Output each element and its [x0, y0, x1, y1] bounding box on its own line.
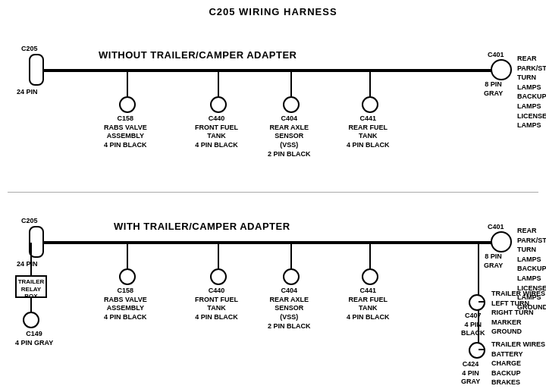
s2-c441-label: C441REAR FUELTANK4 PIN BLACK — [347, 287, 390, 322]
s2-c407-label: C4074 PINBLACK — [461, 312, 485, 338]
s1-c404-circle — [283, 96, 300, 113]
s1-c158-vline — [127, 71, 128, 97]
s1-8pin-gray: 8 PINGRAY — [484, 80, 503, 98]
s2-c440-label: C440FRONT FUELTANK4 PIN BLACK — [195, 287, 238, 322]
s2-right-connector — [491, 231, 512, 252]
s2-c441-vline — [369, 243, 371, 269]
s1-c404-label: C404REAR AXLESENSOR(VSS)2 PIN BLACK — [268, 114, 311, 158]
s2-c407-right: TRAILER WIRESLEFT TURNRIGHT TURNMARKERGR… — [491, 289, 545, 337]
relay-to-c149-vline — [30, 298, 32, 313]
s1-c441-label: C441REAR FUELTANK4 PIN BLACK — [347, 114, 390, 150]
s2-c404-vline — [290, 243, 292, 269]
s2-c401-id: C401 — [488, 223, 504, 232]
s1-c440-vline — [218, 71, 219, 97]
s2-c441-circle — [362, 268, 378, 285]
s2-c404-label: C404REAR AXLESENSOR(VSS)2 PIN BLACK — [268, 287, 311, 331]
page-title: C205 WIRING HARNESS — [0, 0, 546, 17]
section2-label: WITH TRAILER/CAMPER ADAPTER — [114, 221, 290, 232]
s2-c404-circle — [283, 268, 300, 285]
s1-right-connector — [491, 59, 512, 80]
relay-to-bus-vline — [30, 243, 32, 275]
s2-c424-hline — [479, 349, 485, 350]
s2-8pin-gray: 8 PINGRAY — [484, 252, 503, 270]
s1-c205-id: C205 — [21, 45, 38, 54]
trailer-relay-box: TRAILERRELAYBOX — [15, 275, 47, 298]
s1-c158-circle — [119, 96, 136, 113]
s2-c440-circle — [210, 268, 227, 285]
section1-label: WITHOUT TRAILER/CAMPER ADAPTER — [99, 49, 297, 61]
s1-c404-vline — [290, 71, 292, 97]
s2-c149-label: C1494 PIN GRAY — [15, 330, 53, 347]
s1-c440-label: C440FRONT FUELTANK4 PIN BLACK — [195, 114, 238, 150]
s1-24pin: 24 PIN — [17, 88, 38, 97]
s1-c440-circle — [210, 96, 227, 113]
s1-left-connector — [29, 54, 44, 86]
s2-24pin: 24 PIN — [17, 260, 38, 269]
s2-c424-circle — [469, 342, 485, 359]
s2-c424-right: TRAILER WIRESBATTERY CHARGEBACKUPBRAKES — [491, 340, 546, 387]
s2-c158-circle — [119, 268, 136, 285]
s2-c205-id: C205 — [21, 217, 38, 226]
s1-c441-circle — [362, 96, 378, 113]
s2-c158-label: C158RABS VALVEASSEMBLY4 PIN BLACK — [104, 287, 147, 322]
s1-bus-line — [42, 69, 497, 72]
s2-c149-circle — [23, 312, 39, 328]
s1-c158-label: C158RABS VALVEASSEMBLY4 PIN BLACK — [104, 114, 147, 150]
s2-c407-circle — [469, 294, 485, 311]
s2-c158-vline — [127, 243, 128, 269]
s2-c440-vline — [218, 243, 219, 269]
divider — [8, 192, 538, 193]
s2-c424-label: C4244 PINGRAY — [461, 360, 480, 387]
s1-c401-id: C401 — [488, 51, 504, 60]
diagram-container: WITHOUT TRAILER/CAMPER ADAPTER C205 24 P… — [0, 17, 546, 389]
s2-c407-hline — [479, 301, 485, 303]
s1-right-text: REAR PARK/STOPTURN LAMPSBACKUP LAMPSLICE… — [517, 54, 546, 130]
s2-bus-line — [42, 241, 497, 244]
s1-c441-vline — [369, 71, 371, 97]
